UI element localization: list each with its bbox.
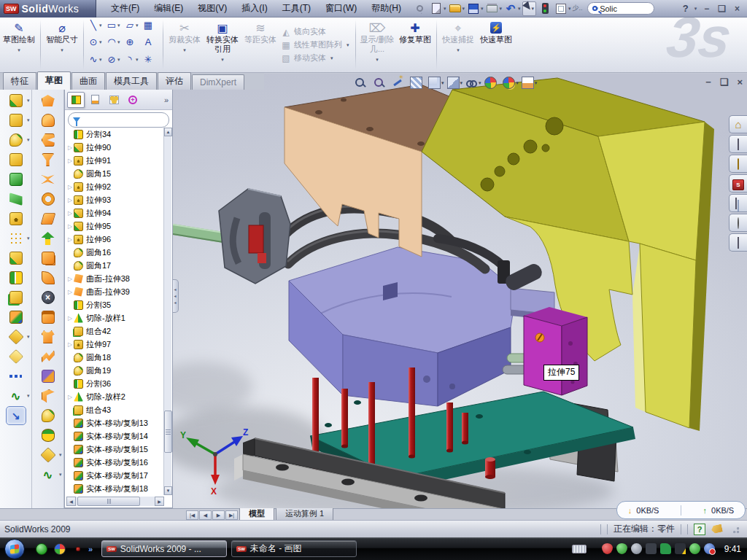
tray-icon[interactable] [616,543,627,554]
search-box[interactable]: ▾ [587,2,654,15]
quick-snaps-button[interactable]: ⌖ 快速捕捉▾ [439,18,477,72]
view-tool-button[interactable]: ▾ [484,77,500,89]
task-pane-tab[interactable] [729,135,747,153]
tree-item[interactable]: 实体-移动/复制14 [66,429,164,443]
close-button[interactable]: × [735,4,741,14]
doc-restore-button[interactable]: ❏ [720,77,729,88]
toolbar-button[interactable]: ▾ [34,386,63,405]
convert-entities-button[interactable]: ▣ 转换实体引用▾ [204,18,241,72]
tree-item[interactable]: 实体-移动/复制18 [66,482,164,495]
tree-item[interactable]: 拉伸94 [66,206,164,219]
menu-item[interactable]: 窗口(W) [318,0,364,17]
tray-icon[interactable] [675,543,686,554]
view-tool-button[interactable]: ▾ [503,77,519,89]
menu-item[interactable]: 编辑(E) [147,0,190,17]
sketch-entity-button[interactable]: ⊙ ▾ [88,36,104,49]
print-icon[interactable] [485,1,500,16]
tree-item[interactable]: 圆角19 [66,364,164,377]
taskbar-window-button[interactable]: SW SolidWorks 2009 - ... [101,540,227,557]
quick-launch-button[interactable] [35,542,47,555]
view-tool-button[interactable]: ▾ [391,77,407,89]
tree-item[interactable]: 拉伸97 [66,338,164,351]
manager-overflow-icon[interactable]: » [164,96,170,104]
menu-item[interactable]: 文件(F) [104,0,147,17]
sketch-entity-button[interactable]: ▭ ▾ [106,19,123,31]
scrollbar-thumb[interactable] [164,411,172,453]
smart-dimension-button[interactable]: ⌀ 智能尺寸▾ [43,18,81,72]
rapid-sketch-button[interactable]: ⚡ 快速草图 [477,18,515,72]
doc-close-button[interactable]: × [737,77,743,88]
open-file-icon[interactable] [448,1,462,16]
task-pane-tab[interactable] [729,155,747,173]
task-pane-tab[interactable] [729,115,747,133]
tree-item[interactable]: 切除-放样2 [66,390,164,403]
pin-icon[interactable] [413,1,427,16]
tree-item[interactable]: 实体-移动/复制13 [66,416,164,429]
tree-item[interactable]: 实体-移动/复制15 [66,443,164,456]
sketch-entity-button[interactable]: ╲ ▾ [88,19,104,31]
sketch-entity-button[interactable]: ▦ ▾ [142,19,159,31]
toolbar-button[interactable]: ▾ [34,268,63,287]
task-pane-tab[interactable] [729,194,747,212]
repair-sketch-button[interactable]: ✚ 修复草图 [396,18,434,72]
expander-icon[interactable] [66,315,74,322]
resize-grip[interactable] [731,525,740,534]
expander-icon[interactable] [66,144,74,151]
expander-icon[interactable] [66,158,74,164]
save-icon[interactable] [466,1,481,16]
tree-item[interactable]: 圆角17 [66,259,164,272]
expander-icon[interactable] [66,276,74,282]
tree-vertical-scrollbar[interactable]: ▲ ▼ [163,128,171,495]
toolbar-button[interactable]: ▾ [34,249,63,268]
task-pane-tab[interactable] [729,214,747,232]
select-tool[interactable]: ▾ [522,1,537,16]
sketch-entity-button[interactable]: ◠ ▾ [106,36,123,49]
ribbon-tab[interactable]: 特征 [3,72,36,90]
toolbar-button[interactable]: ▾ [1,249,31,268]
tag-icon[interactable] [711,524,723,534]
quick-launch-button[interactable] [53,542,66,555]
toolbar-button[interactable]: ▾ [34,426,63,445]
toolbar-button[interactable]: ▾ [1,150,31,169]
scroll-left-icon[interactable]: ◀ [66,497,76,506]
scroll-down-icon[interactable]: ▼ [164,486,172,495]
toolbar-button[interactable]: ▾ [34,446,63,464]
task-pane-tab[interactable] [729,174,747,192]
toolbar-button[interactable]: ▾ [34,406,63,425]
tray-icon[interactable] [660,543,671,554]
sketch-entity-button[interactable]: ⊕ ▾ [124,36,141,49]
toolbar-button[interactable]: ▾ [1,308,31,327]
view-tool-button[interactable]: ▾ [522,77,538,89]
toolbar-button[interactable]: ▾ [34,327,63,346]
toolbar-button[interactable]: ▾ [34,288,63,307]
toolbar-button[interactable]: ▾ [1,327,31,346]
expander-icon[interactable] [66,394,74,400]
view-tool-button[interactable]: ▾ [410,77,426,89]
view-tool-button[interactable]: ▾ [373,77,389,89]
tab-nav-button[interactable]: ▶| [225,510,238,520]
toolbar-button[interactable]: ▾ [1,91,31,110]
tree-item[interactable]: 分割36 [66,377,164,390]
tree-item[interactable]: 拉伸90 [66,141,164,154]
ribbon-tab[interactable]: 模具工具 [106,72,157,90]
help-button[interactable]: ? [683,3,689,14]
toolbar-button[interactable]: ▾ [34,150,63,169]
tree-item[interactable]: 拉伸93 [66,193,164,206]
restore-button[interactable]: ❏ [718,4,727,14]
tray-icon[interactable] [602,543,613,554]
quick-launch-button[interactable] [71,542,84,555]
view-tool-button[interactable]: ▾ [354,77,370,89]
tree-item[interactable]: 拉伸92 [66,180,164,193]
tree-item[interactable]: 拉伸96 [66,233,164,246]
trim-entities-button[interactable]: ✂ 剪裁实体▾ [166,18,204,72]
toolbar-button[interactable]: ▾ [1,111,31,130]
toolbar-button[interactable]: ▾ [34,111,63,130]
tree-item[interactable]: 实体-移动/复制17 [66,469,164,482]
ribbon-tab[interactable]: 曲面 [71,72,105,90]
minimize-button[interactable]: − [704,4,711,14]
sketch-entity-button[interactable]: ⊘ ▾ [106,53,123,66]
scroll-right-icon[interactable]: ▶ [155,497,164,506]
search-input[interactable] [598,4,636,14]
tab-nav-button[interactable]: ▶ [212,510,225,520]
panel-splitter-handle[interactable] [173,279,179,313]
